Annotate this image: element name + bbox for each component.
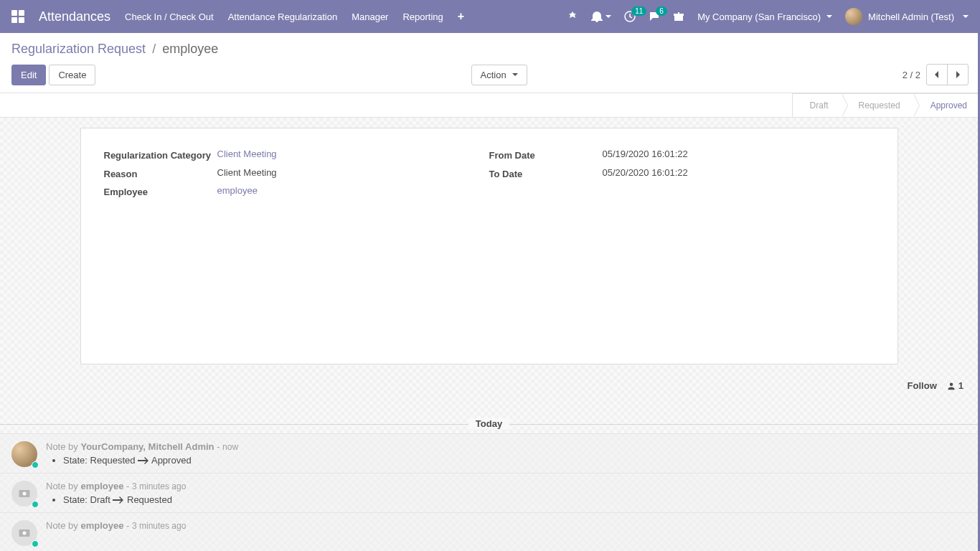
chatter-today-divider: Today xyxy=(0,418,978,429)
pager[interactable]: 2 / 2 xyxy=(903,70,920,80)
chat-icon[interactable]: 6 xyxy=(649,11,660,22)
statusbar: Draft Requested Approved xyxy=(0,93,980,118)
message-content: State: Requested Approved xyxy=(46,455,966,466)
edit-button[interactable]: Edit xyxy=(11,65,46,85)
company-name: My Company (San Francisco) xyxy=(697,11,821,22)
user-icon xyxy=(947,382,956,390)
bell-icon[interactable] xyxy=(591,11,611,22)
activity-badge: 11 xyxy=(631,6,646,16)
presence-dot xyxy=(32,461,39,468)
topbar-right: 11 6 My Company (San Francisco) Mitchell… xyxy=(567,8,969,25)
label-to-date: To Date xyxy=(489,167,603,182)
label-reg-category: Regularization Category xyxy=(104,149,217,163)
topbar: Attendances Check In / Check Out Attenda… xyxy=(0,0,980,33)
action-dropdown[interactable]: Action xyxy=(471,65,527,85)
breadcrumb: Regularization Request / employee xyxy=(11,42,969,57)
chatter-today-label: Today xyxy=(468,418,509,429)
status-requested[interactable]: Requested xyxy=(842,93,913,117)
chevron-down-icon xyxy=(512,73,518,76)
label-employee: Employee xyxy=(104,185,217,199)
user-menu[interactable]: Mitchell Admin (Test) xyxy=(845,8,969,25)
chat-badge: 6 xyxy=(656,6,667,16)
prev-button[interactable] xyxy=(926,64,948,85)
value-to-date: 05/20/2020 16:01:22 xyxy=(603,167,688,182)
nav-plus[interactable]: + xyxy=(458,10,464,23)
main-nav: Check In / Check Out Attendance Regulari… xyxy=(125,10,464,23)
breadcrumb-current: employee xyxy=(162,42,218,56)
value-reason: Client Meeting xyxy=(217,167,277,182)
nav-manager[interactable]: Manager xyxy=(352,11,388,22)
status-draft[interactable]: Draft xyxy=(793,93,842,117)
nav-checkin[interactable]: Check In / Check Out xyxy=(125,11,214,22)
form-sheet: Regularization Category Client Meeting R… xyxy=(80,128,898,364)
user-avatar xyxy=(845,8,862,25)
arrow-right-icon xyxy=(113,495,124,506)
status-approved[interactable]: Approved xyxy=(913,93,980,117)
company-selector[interactable]: My Company (San Francisco) xyxy=(697,11,832,22)
follow-button[interactable]: Follow xyxy=(908,380,937,391)
pager-nav xyxy=(926,64,969,85)
chatter-message: Note by employee - 3 minutes ago xyxy=(0,512,978,551)
value-employee[interactable]: employee xyxy=(217,185,258,199)
bug-icon[interactable] xyxy=(567,11,578,22)
nav-reporting[interactable]: Reporting xyxy=(402,11,443,22)
breadcrumb-parent[interactable]: Regularization Request xyxy=(11,42,146,56)
action-label: Action xyxy=(481,70,507,80)
brand-title[interactable]: Attendances xyxy=(39,9,110,24)
chatter-message: Note by YourCompany, Mitchell Admin - no… xyxy=(0,433,978,473)
followers-number: 1 xyxy=(958,380,963,391)
chevron-down-icon xyxy=(826,15,832,18)
svg-rect-3 xyxy=(678,12,679,21)
followers-count[interactable]: 1 xyxy=(947,380,963,391)
value-from-date: 05/19/2020 16:01:22 xyxy=(603,149,688,163)
chatter-message: Note by employee - 3 minutes agoState: D… xyxy=(0,473,978,512)
message-header: Note by employee - 3 minutes ago xyxy=(46,520,966,531)
message-avatar xyxy=(11,520,37,546)
form-area: Regularization Category Client Meeting R… xyxy=(0,118,980,551)
create-button[interactable]: Create xyxy=(49,65,95,85)
chevron-down-icon xyxy=(963,15,969,18)
message-content: State: Draft Requested xyxy=(46,494,966,506)
value-reg-category[interactable]: Client Meeting xyxy=(217,149,277,163)
label-reason: Reason xyxy=(104,167,217,182)
nav-regularization[interactable]: Attendance Regularization xyxy=(228,11,338,22)
next-button[interactable] xyxy=(947,64,969,85)
user-name: Mitchell Admin (Test) xyxy=(868,11,954,22)
svg-point-5 xyxy=(23,492,27,496)
presence-dot xyxy=(32,501,39,508)
subheader: Regularization Request / employee Edit C… xyxy=(0,33,980,93)
toolbar: Edit Create Action 2 / 2 xyxy=(11,64,969,93)
arrow-right-icon xyxy=(138,456,149,466)
apps-icon[interactable] xyxy=(11,10,24,23)
message-avatar xyxy=(11,481,37,507)
follow-bar: Follow 1 xyxy=(0,375,978,397)
message-avatar xyxy=(11,441,37,467)
label-from-date: From Date xyxy=(489,149,603,163)
breadcrumb-sep: / xyxy=(152,42,156,56)
message-header: Note by employee - 3 minutes ago xyxy=(46,481,966,491)
activity-icon[interactable]: 11 xyxy=(624,11,636,22)
svg-point-7 xyxy=(23,532,27,535)
presence-dot xyxy=(32,540,39,547)
message-header: Note by YourCompany, Mitchell Admin - no… xyxy=(46,441,966,452)
gift-icon[interactable] xyxy=(673,11,684,22)
